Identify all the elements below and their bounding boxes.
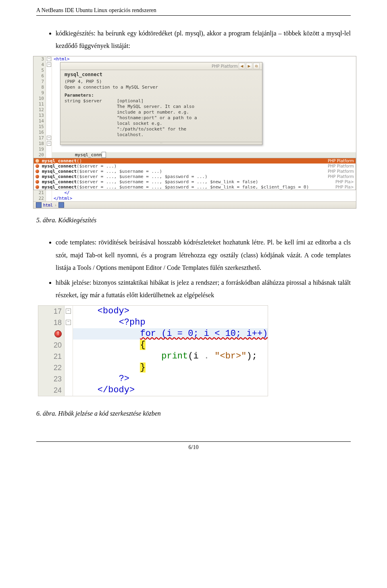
code-line[interactable]: <?php [73, 317, 268, 328]
crumb-html[interactable]: html [43, 203, 53, 207]
completion-signature: mysql_connect($server = ..., $username =… [42, 174, 324, 179]
fold-minus-icon[interactable]: − [66, 320, 71, 325]
platform-label: PHP Platform [324, 174, 354, 179]
platform-label: PHP Platform [324, 158, 354, 164]
gutter-line: 8 [33, 85, 46, 90]
netbeans-screenshot: 3 − <html> 4 − <h PHP Platform ◀ ▶ ⧉ mys… [33, 56, 356, 209]
gutter-line: 15 [33, 124, 46, 130]
figure5-caption: 5. ábra. Kódkiegészítés [36, 217, 351, 224]
doc-param-tag: [optional] [117, 98, 258, 104]
figure6-caption: 6. ábra. Hibák jelzése a kód szerkesztés… [36, 410, 351, 417]
function-icon [35, 164, 39, 168]
completion-signature: mysql_connect($server = ..., $username =… [42, 179, 331, 184]
completion-item[interactable]: mysql_connect()PHP Platform [34, 158, 356, 164]
open-browser-icon[interactable]: ⧉ [253, 63, 260, 69]
gutter-line: 21 [33, 190, 46, 196]
active-code-line[interactable]: mysql_conn [52, 152, 356, 158]
nav-back-icon[interactable]: ◀ [239, 63, 245, 69]
gutter-line: 14 [33, 118, 46, 124]
gutter-line: 5 [33, 68, 46, 73]
text-caret [102, 152, 106, 158]
function-icon [35, 159, 39, 163]
platform-label: PHP Pla> [331, 179, 354, 184]
function-icon [35, 185, 39, 189]
platform-label: PHP Platform [324, 169, 354, 174]
completion-item[interactable]: mysql_connect($server = ..., $username =… [34, 174, 356, 179]
gutter-line: 24 [38, 385, 64, 396]
completion-signature: mysql_connect($server = ..., $username =… [42, 184, 331, 190]
code-line[interactable]: print(i . "<br>"); [73, 351, 268, 362]
tag-fragment: </ [64, 190, 70, 195]
typed-text[interactable]: mysql_conn [75, 152, 102, 157]
gutter-line: 16 [33, 130, 46, 135]
php-close-tag: ?> [119, 374, 129, 384]
error-underline: for (i = 0; i < 10; i++) [140, 329, 268, 339]
completion-item[interactable]: mysql_connect($server = ...)PHP Platform [34, 164, 356, 169]
bullet-code-templates: code templates: rövidítések beírásával h… [56, 236, 351, 274]
doc-fn-name: mysql_connect [64, 72, 258, 77]
fold-minus-icon[interactable]: − [47, 136, 51, 140]
gutter-line: 17 [33, 135, 46, 141]
code-line[interactable]: { [73, 340, 268, 351]
code-line[interactable]: } [73, 362, 268, 373]
fold-minus-icon[interactable]: − [47, 62, 51, 67]
doc-param-line: local socket e.g. [117, 121, 258, 126]
php-open-tag: <?php [119, 317, 146, 327]
function-icon [35, 170, 39, 173]
tag-html-close: </html> [54, 196, 72, 201]
fn-print: print [161, 351, 188, 361]
completion-item[interactable]: mysql_connect($server = ..., $username =… [34, 179, 356, 184]
doc-header: A NetBeans IDE Ubuntu Linux operációs re… [36, 7, 351, 14]
doc-param-line: include a port number. e.g. [117, 110, 258, 115]
doc-param-line: ":/path/to/socket" for the [117, 126, 258, 132]
nav-fwd-icon[interactable]: ▶ [246, 63, 252, 69]
code-line[interactable]: <body> [73, 306, 268, 317]
platform-label: PHP Pla> [331, 184, 354, 190]
doc-param-line: The MySQL server. It can also [117, 104, 258, 110]
function-icon [35, 180, 39, 184]
fold-minus-icon[interactable]: − [47, 141, 51, 146]
completion-list[interactable]: mysql_connect()PHP Platformmysql_connect… [33, 158, 356, 190]
completion-signature: mysql_connect($server = ..., $username =… [42, 169, 324, 174]
code-line-error[interactable]: for (i = 0; i < 10; i++) [73, 328, 268, 340]
breadcrumb[interactable]: html › [33, 201, 356, 208]
completion-item[interactable]: mysql_connect($server = ..., $username =… [34, 169, 356, 174]
body-open-tag: <body> [98, 306, 129, 316]
error-badge[interactable]: ! [38, 328, 64, 340]
gutter-line: 13 [33, 113, 46, 118]
error-icon: ! [54, 330, 62, 337]
gutter-line: 3 [33, 56, 46, 62]
gutter-line: 18 [33, 141, 46, 147]
gutter-line: 10 [33, 96, 46, 101]
completion-signature: mysql_connect() [42, 158, 324, 164]
page-footer: 6/10 [36, 441, 351, 451]
doc-description: Open a connection to a MySQL Server [64, 85, 258, 90]
doc-params-label: Parameters: [64, 93, 258, 98]
brace-close: } [140, 362, 145, 373]
gutter-line: 4 [33, 62, 46, 68]
doc-param-type: string $server [64, 98, 117, 104]
code-line[interactable]: </body> [73, 385, 268, 396]
print-args: (i . "<br>"); [188, 351, 257, 361]
tag-html: <html> [54, 56, 70, 62]
doc-body: mysql_connect (PHP 4, PHP 5) Open a conn… [60, 70, 262, 142]
gutter-line: 18 [38, 317, 64, 328]
function-icon [35, 175, 39, 178]
error-screenshot: 17 − <body> 18 − <?php ! for (i = 0; i <… [38, 305, 268, 396]
bullet-list-1: kódkiegészítés: ha beírunk egy kódtöredé… [36, 27, 351, 52]
gutter-line: 6 [33, 73, 46, 79]
completion-item[interactable]: mysql_connect($server = ..., $username =… [34, 184, 356, 190]
gutter-line: 7 [33, 79, 46, 85]
bullet-error-highlight: hibák jelzése: bizonyos szintaktikai hib… [56, 276, 351, 301]
code-line[interactable]: <html> [52, 56, 356, 62]
fold-minus-icon[interactable]: − [66, 308, 71, 314]
fold-minus-icon[interactable]: − [47, 57, 51, 61]
crumb-icon [58, 202, 64, 208]
platform-label: PHP Platform [212, 64, 238, 68]
gutter-line: 20 [38, 340, 64, 351]
code-line[interactable]: ?> [73, 373, 268, 385]
header-rule [36, 15, 351, 16]
popup-resize-grip[interactable]: ⋯ [60, 142, 262, 145]
gutter-line: 17 [38, 306, 64, 317]
chevron-right-icon: › [54, 203, 57, 207]
